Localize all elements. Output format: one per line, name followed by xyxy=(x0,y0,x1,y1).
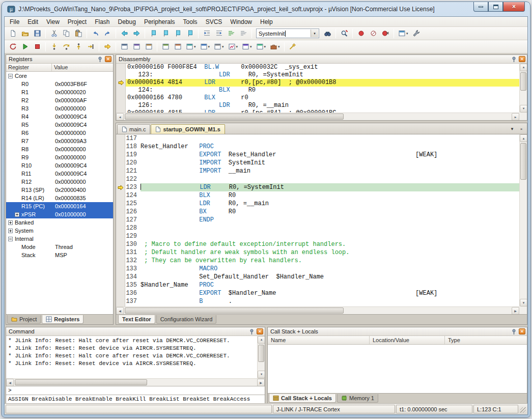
disassembly-window-button[interactable] xyxy=(131,41,142,52)
pin-icon[interactable] xyxy=(96,56,104,63)
editor-line[interactable]: 129 xyxy=(116,232,519,240)
save-button[interactable] xyxy=(32,28,43,39)
editor-line[interactable]: 123 LDR R0, =SystemInit xyxy=(116,183,519,191)
uncomment-selection-button[interactable] xyxy=(238,28,249,39)
editor-line[interactable]: 119 EXPORT Reset_Handler [WEAK] xyxy=(116,151,519,159)
editor-line[interactable]: 133 MACRO xyxy=(116,265,519,273)
scroll-left-button[interactable]: ◀ xyxy=(116,113,124,120)
editor-line[interactable]: 128 xyxy=(116,224,519,232)
run-button[interactable] xyxy=(19,41,31,52)
pin-icon[interactable] xyxy=(510,56,518,63)
tab-list-button[interactable]: ▼ xyxy=(509,125,516,132)
new-file-button[interactable] xyxy=(7,28,18,39)
disassembly-hscrollbar[interactable]: ◀ ▶ xyxy=(116,113,519,120)
tab-project[interactable]: Project xyxy=(7,315,41,324)
close-panel-button[interactable]: × xyxy=(105,56,111,62)
undo-button[interactable] xyxy=(90,28,101,39)
editor-line[interactable]: 118Reset_Handler PROC xyxy=(116,143,519,151)
tree-expander-icon[interactable] xyxy=(8,220,13,225)
menu-svcs[interactable]: SVCS xyxy=(202,17,227,26)
insert-bookmark-button[interactable] xyxy=(148,28,159,39)
register-row[interactable]: R00x0003FB6F xyxy=(6,80,113,88)
register-row[interactable]: R50x000009C4 xyxy=(6,121,113,129)
editor-line[interactable]: 125 LDR R0, =__main xyxy=(116,200,519,208)
trace-window-button[interactable]: ▾ xyxy=(240,41,254,52)
close-panel-button[interactable]: × xyxy=(257,328,263,334)
resize-grip[interactable] xyxy=(519,405,526,413)
menu-window[interactable]: Window xyxy=(226,17,256,26)
column-type[interactable]: Type xyxy=(445,336,527,344)
register-row[interactable]: Banked xyxy=(6,218,113,227)
tree-expander-icon[interactable] xyxy=(15,212,19,217)
kill-all-breakpoints-button[interactable] xyxy=(380,28,391,39)
copy-button[interactable] xyxy=(61,28,72,39)
editor-line[interactable]: 136 EXPORT $Handler_Name [WEAK] xyxy=(116,289,519,297)
cut-button[interactable] xyxy=(48,28,60,39)
column-register[interactable]: Register xyxy=(6,64,52,71)
register-row[interactable]: R14 (LR)0x00000835 xyxy=(6,194,113,202)
scrollbar-track[interactable] xyxy=(520,71,527,105)
system-viewer-window-button[interactable]: ▾ xyxy=(255,41,268,52)
memory-window-button[interactable]: ▾ xyxy=(199,41,212,52)
symbol-window-button[interactable] xyxy=(143,41,154,52)
menu-file[interactable]: File xyxy=(6,17,23,26)
find-combo[interactable]: SystemInit▾ xyxy=(256,29,319,38)
watch-window-button[interactable]: ▾ xyxy=(184,41,198,52)
scroll-up-button[interactable]: ▲ xyxy=(520,134,527,142)
tree-expander-icon[interactable] xyxy=(8,229,13,233)
title-bar[interactable]: µ J:\MProekts_GoWin\Tang_Nano_9\Proba_IP… xyxy=(2,2,530,16)
command-vscrollbar[interactable]: ▲ ▼ xyxy=(257,336,265,378)
register-row[interactable]: R40x000009C4 xyxy=(6,113,113,121)
register-row[interactable]: R10x00000020 xyxy=(6,88,113,96)
step-out-button[interactable] xyxy=(73,41,84,52)
scroll-down-button[interactable]: ▼ xyxy=(520,299,527,306)
register-row[interactable]: R60x00000000 xyxy=(6,129,113,137)
register-row[interactable]: R20x000000AF xyxy=(6,96,113,104)
editor-line[interactable]: 127 ENDP xyxy=(116,216,519,224)
editor-line[interactable]: 130 ; Macro to define default exception/… xyxy=(116,240,519,248)
next-bookmark-button[interactable] xyxy=(172,28,183,39)
scroll-right-button[interactable]: ▶ xyxy=(512,113,519,120)
registers-window-button[interactable] xyxy=(160,41,171,52)
configure-target-button[interactable] xyxy=(411,28,422,39)
pin-icon[interactable] xyxy=(248,328,256,335)
command-window-button[interactable] xyxy=(119,41,130,52)
register-row[interactable]: R100x000009C4 xyxy=(6,161,113,170)
scrollbar-track[interactable] xyxy=(14,379,257,386)
disassembly-line[interactable]: 126: LDR R0, =__main xyxy=(116,102,519,109)
analysis-window-button[interactable]: ▾ xyxy=(227,41,240,52)
toolbox-button[interactable]: ▾ xyxy=(268,41,282,52)
disassembly-line[interactable]: 0x00000166 4780 BLX r0 xyxy=(116,94,519,102)
scroll-right-button[interactable]: ▶ xyxy=(512,307,519,314)
close-button[interactable]: × xyxy=(503,2,525,12)
tree-expander-icon[interactable] xyxy=(8,74,13,78)
close-panel-button[interactable]: × xyxy=(519,56,525,62)
open-file-button[interactable] xyxy=(19,28,31,39)
maximize-button[interactable] xyxy=(488,2,503,12)
redo-button[interactable] xyxy=(102,28,113,39)
register-row[interactable]: R120x00000000 xyxy=(6,178,113,186)
prev-bookmark-button[interactable] xyxy=(160,28,171,39)
command-hscrollbar[interactable]: ◀ ▶ xyxy=(6,378,265,386)
menu-help[interactable]: Help xyxy=(256,17,277,26)
column-name[interactable]: Name xyxy=(268,336,370,344)
disassembly-vscrollbar[interactable]: ▲ ▼ xyxy=(519,64,527,113)
start-stop-debug-button[interactable] xyxy=(339,28,350,39)
menu-tools[interactable]: Tools xyxy=(179,17,202,26)
scrollbar-track[interactable] xyxy=(258,344,265,371)
debug-restore-views-button[interactable] xyxy=(287,41,298,52)
pin-icon[interactable] xyxy=(510,328,518,335)
menu-peripherals[interactable]: Peripherals xyxy=(140,17,179,26)
editor-line[interactable]: 117 xyxy=(116,134,519,143)
indent-right-button[interactable] xyxy=(213,28,225,39)
code-lines[interactable]: 117118Reset_Handler PROC119 EXPORT Reset… xyxy=(116,134,519,306)
serial-window-button[interactable]: ▾ xyxy=(212,41,226,52)
combo-dropdown-button[interactable]: ▾ xyxy=(311,30,318,37)
register-row[interactable]: R30x00000000 xyxy=(6,104,113,113)
tab-main-c[interactable]: main.c xyxy=(117,124,150,134)
command-input[interactable]: > xyxy=(6,386,265,395)
menu-edit[interactable]: Edit xyxy=(23,17,42,26)
navigate-forward-button[interactable] xyxy=(131,28,142,39)
register-row[interactable]: System xyxy=(6,227,113,235)
register-row[interactable]: R13 (SP)0x20000400 xyxy=(6,186,113,194)
